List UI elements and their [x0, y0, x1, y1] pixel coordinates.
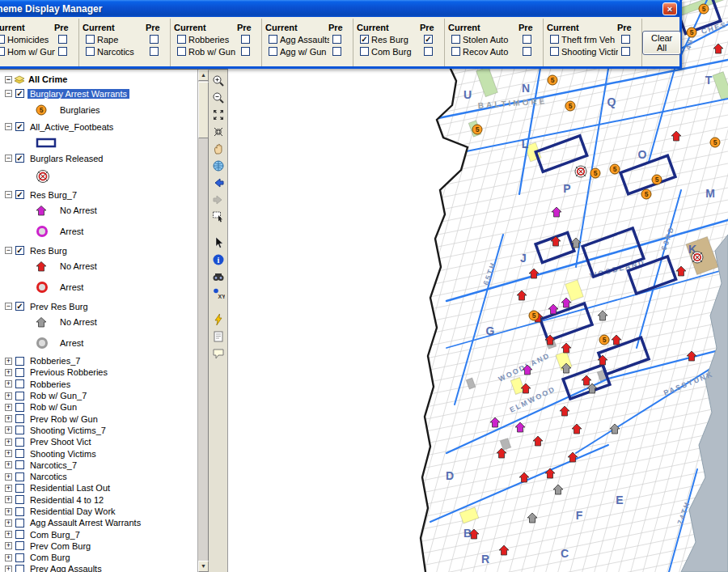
scroll-down-button[interactable]: ▼ — [198, 561, 209, 572]
current-checkbox-stolen-auto[interactable] — [451, 35, 460, 44]
layer-item-rob-w-gun[interactable]: +Rob w/ Gun — [3, 401, 197, 413]
layer-checkbox-agg-assault-arrest-warrants[interactable] — [15, 519, 24, 528]
ring-magenta-legend-icon[interactable] — [36, 225, 57, 238]
layer-item-residential-4-to-12[interactable]: +Residential 4 to 12 — [3, 494, 197, 506]
current-checkbox-theft-frm-veh[interactable] — [550, 35, 559, 44]
expander-expand[interactable]: + — [5, 519, 12, 527]
layer-label[interactable]: Residential Day Work — [28, 506, 118, 516]
layer-label[interactable]: Prev Res Burg — [28, 302, 91, 311]
close-icon[interactable]: × — [662, 2, 677, 15]
layer-label[interactable]: Com Burg_7 — [28, 530, 83, 540]
expander-expand[interactable]: + — [5, 392, 12, 400]
pointer-tool-button[interactable] — [210, 235, 227, 251]
expander-expand[interactable]: + — [5, 508, 12, 515]
layer-checkbox-rob-w-gun-7[interactable] — [15, 392, 24, 400]
layer-checkbox-prev-shoot-vict[interactable] — [15, 438, 24, 447]
scroll-up-button[interactable]: ▲ — [198, 70, 209, 81]
expander-expand[interactable]: + — [5, 426, 12, 434]
layer-label[interactable]: Burglary Arrest Warrants — [28, 89, 129, 99]
pan-tool-button[interactable] — [210, 141, 227, 157]
clear-all-button[interactable]: Clear All — [642, 31, 681, 55]
expander-expand[interactable]: + — [5, 542, 12, 549]
layer-checkbox-previous-robberies[interactable] — [15, 368, 24, 377]
pre-checkbox-com-burg[interactable] — [424, 47, 433, 56]
layer-checkbox-com-burg-7[interactable] — [15, 530, 24, 539]
current-checkbox-shooting-victims[interactable] — [550, 47, 559, 56]
zoom-in-tool-button[interactable] — [210, 73, 227, 89]
layer-label[interactable]: All_Active_Footbeats — [28, 122, 116, 132]
layer-item-previous-robberies[interactable]: +Previous Robberies — [3, 367, 197, 378]
pre-checkbox-res-burg[interactable]: ✓ — [424, 35, 433, 44]
pre-checkbox-agg-assaults[interactable] — [332, 35, 341, 44]
layer-label[interactable]: Residential 4 to 12 — [28, 495, 106, 505]
current-checkbox-res-burg[interactable]: ✓ — [360, 35, 369, 44]
layer-item-robberies[interactable]: +Robberies — [3, 379, 197, 390]
expander-collapse[interactable]: − — [5, 303, 12, 310]
layer-label[interactable]: Rob w/ Gun — [28, 402, 79, 412]
pre-checkbox-recov-auto[interactable] — [523, 47, 531, 56]
layer-checkbox-all-active-footbeats[interactable]: ✓ — [15, 122, 24, 131]
pre-checkbox-rob-w-gun[interactable] — [241, 47, 250, 56]
expander-collapse[interactable]: − — [5, 191, 12, 198]
layer-checkbox-narcotics[interactable] — [15, 472, 24, 481]
expander-expand[interactable]: + — [5, 554, 12, 561]
layer-label[interactable]: Residential Last Out — [28, 483, 112, 493]
find-tool-button[interactable] — [210, 269, 227, 285]
expander-expand[interactable]: + — [5, 404, 12, 411]
layer-checkbox-prev-res-burg[interactable]: ✓ — [15, 302, 24, 311]
layer-label[interactable]: Rob w/ Gun_7 — [28, 391, 89, 400]
pre-checkbox-rape[interactable] — [150, 35, 159, 44]
layer-item-prev-res-burg[interactable]: −✓Prev Res Burg — [3, 299, 197, 313]
pre-checkbox-narcotics[interactable] — [150, 47, 159, 56]
globe-tool-button[interactable] — [210, 158, 227, 174]
layer-checkbox-shooting-victims-7[interactable] — [15, 426, 24, 434]
current-checkbox-hom-w-gun[interactable] — [0, 47, 5, 56]
layer-item-residential-day-work[interactable]: +Residential Day Work — [3, 506, 197, 517]
expander-expand[interactable]: + — [5, 415, 12, 422]
pre-checkbox-theft-frm-veh[interactable] — [621, 35, 630, 44]
layer-item-agg-assault-arrest-warrants[interactable]: +Agg Assault Arrest Warrants — [3, 517, 197, 528]
expander-collapse[interactable]: − — [5, 123, 12, 130]
expander-expand[interactable]: + — [5, 496, 12, 503]
expander-expand[interactable]: + — [5, 358, 12, 365]
expander-collapse[interactable]: − — [5, 247, 12, 254]
layer-checkbox-robberies-7[interactable] — [15, 357, 24, 366]
expander-expand[interactable]: + — [5, 369, 12, 376]
expander-expand[interactable]: + — [5, 566, 12, 572]
house-magenta-legend-icon[interactable] — [36, 205, 57, 216]
ring-gray-legend-icon[interactable] — [36, 337, 57, 350]
back-tool-button[interactable] — [210, 175, 227, 191]
layer-checkbox-robberies[interactable] — [15, 379, 24, 388]
root-expander[interactable]: − — [5, 76, 12, 83]
expander-expand[interactable]: + — [5, 485, 12, 492]
layer-checkbox-com-burg[interactable] — [15, 553, 24, 562]
layer-item-residential-last-out[interactable]: +Residential Last Out — [3, 482, 197, 494]
current-checkbox-recov-auto[interactable] — [451, 47, 460, 56]
layer-label[interactable]: Prev Rob w/ Gun — [28, 414, 100, 424]
current-checkbox-narcotics[interactable] — [86, 47, 95, 56]
layer-checkbox-prev-com-burg[interactable] — [15, 541, 24, 550]
map-canvas[interactable]: BALTIMORECHESTER49THWOODLANDWOODLANDELMW… — [228, 0, 728, 572]
layer-label[interactable]: Robberies — [28, 379, 73, 389]
layer-label[interactable]: Burglars Released — [28, 154, 106, 163]
layer-label[interactable]: Res Burg — [28, 246, 70, 256]
layer-checkbox-narcotics-7[interactable] — [15, 460, 24, 469]
layer-label[interactable]: Agg Assault Arrest Warrants — [28, 518, 143, 528]
zoom-to-selected-tool-button[interactable] — [210, 124, 227, 140]
forward-tool-button[interactable] — [210, 192, 227, 208]
pre-checkbox-hom-w-gun[interactable] — [58, 47, 67, 56]
layer-item-burglary-arrest-warrants[interactable]: −✓Burglary Arrest Warrants — [3, 87, 197, 100]
expander-collapse[interactable]: − — [5, 155, 12, 162]
target-legend-icon[interactable] — [36, 169, 57, 184]
text-tool-tool-button[interactable] — [210, 328, 227, 345]
expander-expand[interactable]: + — [5, 461, 12, 468]
layer-label[interactable]: Robberies_7 — [28, 356, 83, 366]
pre-checkbox-stolen-auto[interactable] — [523, 35, 531, 44]
pre-checkbox-robberies[interactable] — [241, 35, 250, 44]
layer-label[interactable]: Com Burg — [28, 553, 73, 562]
layer-item-narcotics-7[interactable]: +Narcotics_7 — [3, 460, 197, 471]
expander-expand[interactable]: + — [5, 531, 12, 538]
zoom-out-tool-button[interactable] — [210, 90, 227, 106]
house-red-legend-icon[interactable] — [36, 261, 57, 272]
current-checkbox-robberies[interactable] — [177, 35, 186, 44]
